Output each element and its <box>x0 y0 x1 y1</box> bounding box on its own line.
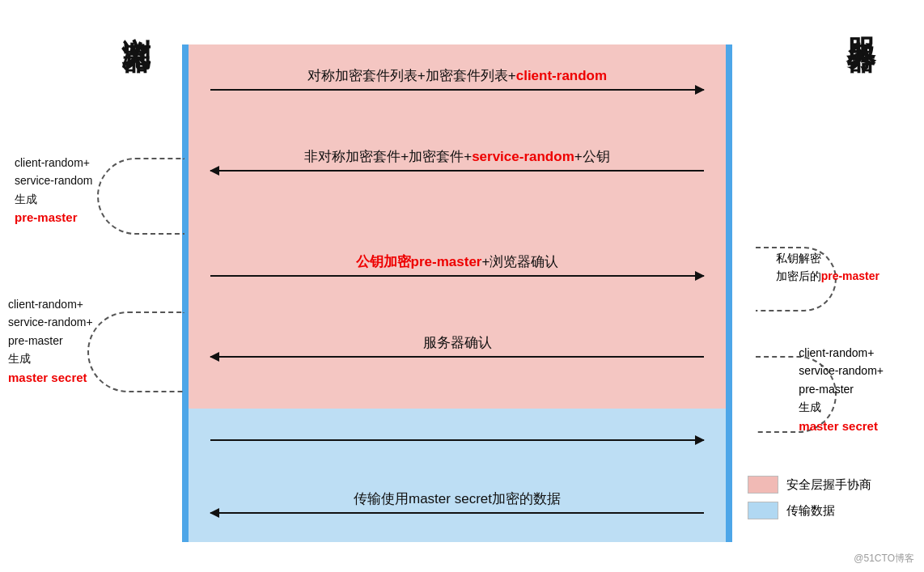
dashed-arc-left-1 <box>97 158 184 235</box>
left-ann1-line2: service-random <box>15 172 92 189</box>
arrow-line-2: 非对称加密套件+加密套件+service-random+公钥 <box>210 170 705 172</box>
arrow-line-5 <box>210 439 705 441</box>
rann2-red: master secret <box>799 417 884 436</box>
rann1-line2: 加密后的pre-master <box>776 267 879 285</box>
left-ann2-line2: service-random+ <box>8 313 93 331</box>
arrow-row-4: 服务器确认 <box>189 356 726 358</box>
arrow-label-6: 传输使用master secret加密的数据 <box>210 489 705 508</box>
legend-label-pink: 安全层握手协商 <box>786 477 871 493</box>
rann2-line3: pre-master <box>799 380 884 398</box>
left-ann2-line3: pre-master <box>8 332 93 350</box>
left-annotation-1: client-random+ service-random 生成 pre-mas… <box>15 154 92 227</box>
legend-box-blue <box>748 502 778 519</box>
server-label: 服务器 <box>846 15 875 24</box>
arrow-row-5 <box>189 439 726 441</box>
legend-item-pink: 安全层握手协商 <box>748 476 871 494</box>
right-annotation-2: client-random+ service-random+ pre-maste… <box>799 344 884 436</box>
arrow-row-1: 对称加密套件列表+加密套件列表+client-random <box>189 89 726 91</box>
dashed-arc-left-2 <box>87 311 184 392</box>
right-annotation-1: 私钥解密 加密后的pre-master <box>776 249 879 286</box>
left-ann1-red: pre-master <box>15 208 92 227</box>
left-annotation-2: client-random+ service-random+ pre-maste… <box>8 295 93 388</box>
arrow-line-6: 传输使用master secret加密的数据 <box>210 512 705 514</box>
legend-box-pink <box>748 476 778 494</box>
arrow-label-3: 公钥加密pre-master+浏览器确认 <box>210 252 705 271</box>
arrow-row-2: 非对称加密套件+加密套件+service-random+公钥 <box>189 170 726 172</box>
left-ann1-line1: client-random+ <box>15 154 92 172</box>
arrow-line-1: 对称加密套件列表+加密套件列表+client-random <box>210 89 705 91</box>
left-ann1-line3: 生成 <box>15 190 92 208</box>
arrow-label-1: 对称加密套件列表+加密套件列表+client-random <box>210 66 705 85</box>
main-container: 浏览器 服务器 对称加密套件列表+加密套件列表+client-random 非对… <box>0 0 924 572</box>
arrow-label-4: 服务器确认 <box>210 333 705 352</box>
arrow-row-6: 传输使用master secret加密的数据 <box>189 512 726 514</box>
left-ann2-line1: client-random+ <box>8 295 93 313</box>
arrow-label-2: 非对称加密套件+加密套件+service-random+公钥 <box>210 147 705 166</box>
rann2-line2: service-random+ <box>799 362 884 379</box>
diagram-box: 对称加密套件列表+加密套件列表+client-random 非对称加密套件+加密… <box>182 44 732 542</box>
left-ann2-line4: 生成 <box>8 350 93 367</box>
legend-label-blue: 传输数据 <box>786 503 835 519</box>
arrow-line-4: 服务器确认 <box>210 356 705 358</box>
watermark: @51CTO博客 <box>854 552 914 566</box>
legend-item-blue: 传输数据 <box>748 502 871 519</box>
section-blue <box>189 409 726 542</box>
legend: 安全层握手协商 传输数据 <box>748 476 871 519</box>
section-pink <box>189 44 726 409</box>
arrow-line-3: 公钥加密pre-master+浏览器确认 <box>210 275 705 277</box>
left-ann2-red: master secret <box>8 368 93 388</box>
rann2-line1: client-random+ <box>799 344 884 362</box>
rann2-line4: 生成 <box>799 398 884 416</box>
rann1-line1: 私钥解密 <box>776 249 879 267</box>
arrow-row-3: 公钥加密pre-master+浏览器确认 <box>189 275 726 277</box>
browser-label: 浏览器 <box>121 15 150 24</box>
